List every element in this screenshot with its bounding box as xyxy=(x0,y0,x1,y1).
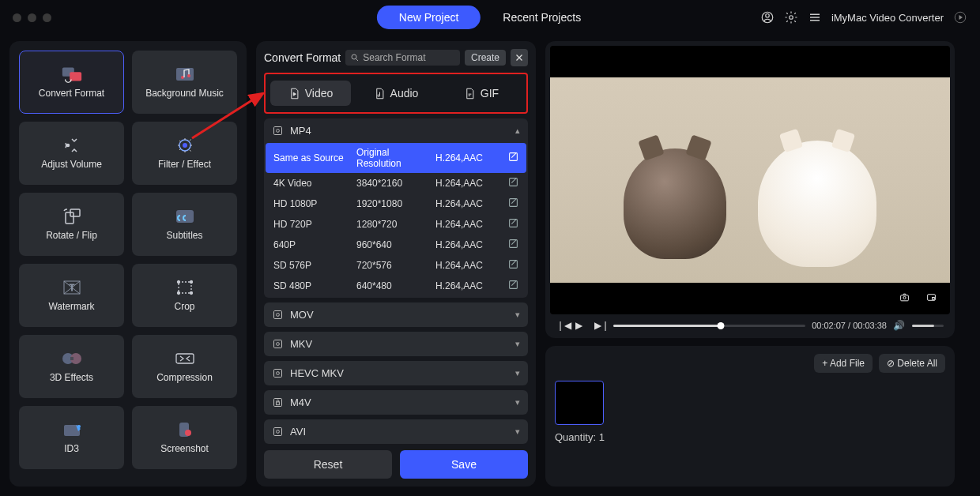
edit-preset-icon[interactable] xyxy=(503,152,518,164)
reset-button[interactable]: Reset xyxy=(264,450,392,479)
tool-compress[interactable]: Compression xyxy=(132,335,237,398)
preset-codec: H.264,AAC xyxy=(435,219,503,230)
save-button[interactable]: Save xyxy=(400,450,528,479)
edit-preset-icon[interactable] xyxy=(503,218,518,231)
tool-label: ID3 xyxy=(64,443,79,454)
tab-gif[interactable]: GIF xyxy=(441,81,522,106)
search-input[interactable]: Search Format xyxy=(345,50,460,66)
tool-3d[interactable]: 3D Effects xyxy=(19,335,124,398)
queue-item[interactable] xyxy=(555,381,604,425)
format-group-name: MOV xyxy=(290,309,314,321)
zoom-dot[interactable] xyxy=(43,13,51,22)
tool-screenshot[interactable]: Screenshot xyxy=(132,406,237,469)
watermark-icon: T xyxy=(61,279,83,296)
format-group-header[interactable]: MP4▴ xyxy=(264,118,528,143)
tab-audio[interactable]: Audio xyxy=(356,81,436,106)
tool-crop[interactable]: Crop xyxy=(132,264,237,327)
convert-panel: Convert Format Search Format Create Vide… xyxy=(256,41,536,487)
search-placeholder: Search Format xyxy=(363,52,425,63)
tool-subtitles[interactable]: Subtitles xyxy=(132,193,237,256)
create-button[interactable]: Create xyxy=(465,50,506,66)
gear-icon[interactable] xyxy=(784,10,798,24)
tool-convert[interactable]: Convert Format xyxy=(19,51,124,114)
titlebar: New Project Recent Projects iMyMac Video… xyxy=(0,0,980,35)
next-button[interactable]: ▶❘ xyxy=(594,319,607,332)
format-group-header[interactable]: HEVC MKV▾ xyxy=(264,361,528,385)
snapshot-button[interactable] xyxy=(893,287,915,306)
add-file-button[interactable]: + Add File xyxy=(814,354,873,373)
tab-audio-label: Audio xyxy=(390,87,419,100)
close-dot[interactable] xyxy=(13,13,21,22)
filter-icon xyxy=(174,137,196,154)
preset-name: HD 1080P xyxy=(273,198,356,209)
format-group-header[interactable]: AVI▾ xyxy=(264,419,528,444)
preset-codec: H.264,AAC xyxy=(435,198,503,209)
tool-rotate[interactable]: Rotate / Flip xyxy=(19,193,124,256)
preset-row[interactable]: SD 480P640*480H.264,AAC xyxy=(266,276,526,296)
preview-subject-1 xyxy=(624,148,726,259)
svg-point-19 xyxy=(190,281,192,284)
svg-point-9 xyxy=(66,145,69,147)
format-icon xyxy=(272,309,284,321)
tool-label: 3D Effects xyxy=(50,372,93,383)
preset-row[interactable]: HD 720P1280*720H.264,AAC xyxy=(266,214,526,235)
tool-filter[interactable]: Filter / Effect xyxy=(132,122,237,185)
svg-point-1 xyxy=(766,14,770,18)
video-preview[interactable] xyxy=(550,46,950,314)
svg-point-11 xyxy=(183,143,187,148)
preset-name: 4K Video xyxy=(273,178,356,189)
preset-row[interactable]: 640P960*640H.264,AAC xyxy=(266,235,526,255)
tool-label: Convert Format xyxy=(39,88,104,99)
tool-volume[interactable]: Adjust Volume xyxy=(19,122,124,185)
edit-preset-icon[interactable] xyxy=(503,280,518,292)
annotation-highlight: Video Audio GIF xyxy=(264,73,528,114)
menu-icon[interactable] xyxy=(808,10,822,24)
edit-preset-icon[interactable] xyxy=(503,177,518,190)
preset-resolution: 1920*1080 xyxy=(356,198,435,209)
tool-label: Filter / Effect xyxy=(158,159,211,170)
edit-preset-icon[interactable] xyxy=(503,197,518,210)
prev-button[interactable]: ❘◀ xyxy=(556,319,569,332)
tool-label: Rotate / Flip xyxy=(46,230,97,241)
tool-label: Screenshot xyxy=(160,443,209,454)
format-group-header[interactable]: MOV▾ xyxy=(264,302,528,327)
edit-preset-icon[interactable] xyxy=(503,239,518,251)
convert-icon xyxy=(61,66,83,83)
volume-icon[interactable]: 🔊 xyxy=(893,319,906,332)
format-type-tabs: Video Audio GIF xyxy=(266,74,526,112)
account-icon[interactable] xyxy=(760,10,775,24)
format-group-name: HEVC MKV xyxy=(290,367,344,379)
format-group-header[interactable]: M4V▾ xyxy=(264,390,528,415)
minimize-dot[interactable] xyxy=(28,13,36,22)
volume-slider[interactable] xyxy=(912,325,944,327)
svg-rect-39 xyxy=(510,281,518,289)
tool-music[interactable]: Background Music xyxy=(132,51,237,114)
format-group-mov: MOV▾ xyxy=(264,302,528,327)
format-icon xyxy=(272,396,284,408)
svg-rect-37 xyxy=(510,240,518,248)
tab-new-project[interactable]: New Project xyxy=(377,6,481,29)
fullscreen-button[interactable] xyxy=(920,287,942,306)
edit-preset-icon[interactable] xyxy=(503,259,518,272)
preset-row[interactable]: HD 1080P1920*1080H.264,AAC xyxy=(266,194,526,214)
preset-row[interactable]: SD 576P720*576H.264,AAC xyxy=(266,255,526,276)
gif-file-icon xyxy=(464,88,476,100)
preset-row[interactable]: Same as SourceOriginal ResolutionH.264,A… xyxy=(266,143,526,173)
tab-recent-projects[interactable]: Recent Projects xyxy=(481,6,603,29)
close-button[interactable] xyxy=(511,49,528,66)
delete-all-button[interactable]: ⊘ Delete All xyxy=(879,354,945,373)
tool-id3[interactable]: ID3 xyxy=(19,406,124,469)
format-list: MP4▴Same as SourceOriginal ResolutionH.2… xyxy=(264,118,528,444)
convert-panel-header: Convert Format Search Format Create xyxy=(264,49,528,73)
format-group-header[interactable]: MKV▾ xyxy=(264,332,528,356)
progress-bar[interactable] xyxy=(613,325,805,327)
preset-codec: H.264,AAC xyxy=(435,178,503,189)
tab-video[interactable]: Video xyxy=(270,81,351,106)
svg-rect-44 xyxy=(274,370,282,378)
preset-row[interactable]: 4K Video3840*2160H.264,AAC xyxy=(266,173,526,194)
preset-name: 640P xyxy=(273,239,356,250)
svg-point-43 xyxy=(277,343,280,346)
close-icon xyxy=(514,53,524,62)
tool-watermark[interactable]: TWatermark xyxy=(19,264,124,327)
play-button[interactable]: ▶ xyxy=(575,319,588,332)
